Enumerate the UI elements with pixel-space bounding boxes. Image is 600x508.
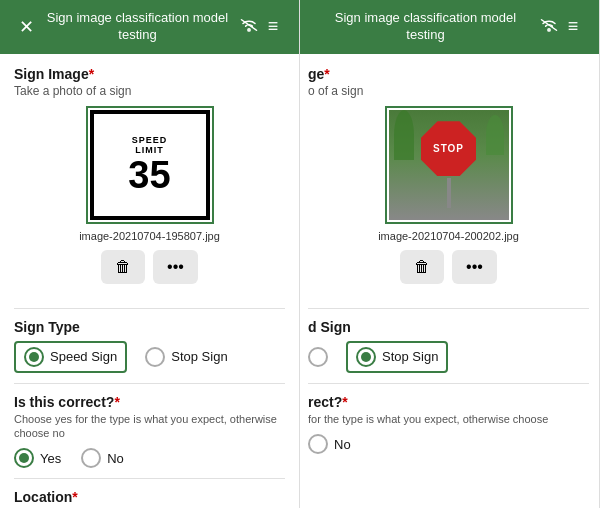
close-icon[interactable]: ✕ — [14, 16, 38, 38]
no-label-left: No — [107, 451, 124, 466]
yes-radio-fill-left — [19, 453, 29, 463]
sign-image-sublabel: Take a photo of a sign — [14, 84, 285, 98]
image-actions-left: 🗑 ••• — [101, 250, 198, 284]
speed-sign-radio[interactable] — [24, 347, 44, 367]
divider-3 — [14, 478, 285, 479]
sign-image-label: Sign Image* — [14, 66, 285, 82]
correct-desc-left: Choose yes for the type is what you expe… — [14, 412, 285, 441]
no-radio-left[interactable] — [81, 448, 101, 468]
sign-image-section-right: ge* o of a sign STOP — [308, 66, 589, 298]
no-label-right: No — [334, 437, 351, 452]
correct-label-left: Is this correct?* — [14, 394, 285, 410]
sign-type-label-right: d Sign — [308, 319, 589, 335]
speed-sign-radio-right[interactable] — [308, 347, 328, 367]
right-header-title: Sign image classification model testing — [314, 10, 537, 44]
sign-image-sublabel-right: o of a sign — [308, 84, 589, 98]
yes-radio-left[interactable] — [14, 448, 34, 468]
right-divider-1 — [308, 308, 589, 309]
stop-sign-scene: STOP — [389, 110, 509, 220]
no-option-left[interactable]: No — [81, 448, 124, 468]
right-panel: Sign image classification model testing … — [300, 0, 600, 508]
sign-image-container: SPEEDLIMIT 35 image-20210704-195807.jpg … — [14, 106, 285, 298]
image-actions-right: 🗑 ••• — [400, 250, 497, 284]
sign-type-radio-group-left: Speed Sign Stop Sign — [14, 341, 285, 373]
yes-label-left: Yes — [40, 451, 61, 466]
left-header-title: Sign image classification model testing — [38, 10, 237, 44]
correct-desc-right: for the type is what you expect, otherwi… — [308, 412, 589, 426]
location-section: Location* — [14, 489, 285, 505]
delete-button-left[interactable]: 🗑 — [101, 250, 145, 284]
more-button-right[interactable]: ••• — [452, 250, 497, 284]
sign-image-frame-right: STOP — [385, 106, 513, 224]
speed-sign-graphic: SPEEDLIMIT 35 — [90, 110, 210, 220]
no-option-right[interactable]: No — [308, 434, 351, 454]
stop-sign-option-left[interactable]: Stop Sign — [145, 347, 227, 367]
image-filename-left: image-20210704-195807.jpg — [79, 230, 220, 242]
sign-type-section-left: Sign Type Speed Sign Stop Sign — [14, 319, 285, 373]
speed-sign-option[interactable]: Speed Sign — [14, 341, 127, 373]
sign-type-label-left: Sign Type — [14, 319, 285, 335]
sign-pole — [447, 178, 451, 208]
image-filename-right: image-20210704-200202.jpg — [378, 230, 519, 242]
right-wifi-icon — [537, 18, 561, 35]
correct-section-left: Is this correct?* Choose yes for the typ… — [14, 394, 285, 469]
sign-type-section-right: d Sign Stop Sign — [308, 319, 589, 373]
yes-no-group-right: No — [308, 434, 589, 454]
stop-sign-radio-fill-right — [361, 352, 371, 362]
location-label: Location* — [14, 489, 285, 505]
stop-sign-label-left: Stop Sign — [171, 349, 227, 364]
correct-label-right: rect?* — [308, 394, 589, 410]
right-divider-2 — [308, 383, 589, 384]
more-button-left[interactable]: ••• — [153, 250, 198, 284]
delete-button-right[interactable]: 🗑 — [400, 250, 444, 284]
right-content: ge* o of a sign STOP — [300, 54, 599, 508]
stop-octagon: STOP — [421, 121, 476, 176]
no-radio-right[interactable] — [308, 434, 328, 454]
speed-limit-image: SPEEDLIMIT 35 — [90, 110, 210, 220]
correct-section-right: rect?* for the type is what you expect, … — [308, 394, 589, 454]
tree-left — [394, 110, 414, 160]
sign-image-label-right: ge* — [308, 66, 589, 82]
sign-image-container-right: STOP image-20210704-200202.jpg 🗑 — [308, 106, 589, 298]
left-panel: ✕ Sign image classification model testin… — [0, 0, 300, 508]
divider-1 — [14, 308, 285, 309]
speed-sign-label: Speed Sign — [50, 349, 117, 364]
yes-option-left[interactable]: Yes — [14, 448, 61, 468]
sign-type-radio-group-right: Stop Sign — [308, 341, 589, 373]
stop-sign-image: STOP — [389, 110, 509, 220]
right-header: Sign image classification model testing … — [300, 0, 599, 54]
menu-icon[interactable]: ≡ — [261, 16, 285, 37]
right-menu-icon[interactable]: ≡ — [561, 16, 585, 37]
wifi-icon — [237, 18, 261, 35]
speed-sign-option-right[interactable] — [308, 347, 328, 367]
left-content: Sign Image* Take a photo of a sign SPEED… — [0, 54, 299, 508]
speed-sign-radio-fill — [29, 352, 39, 362]
sign-image-section: Sign Image* Take a photo of a sign SPEED… — [14, 66, 285, 298]
sign-image-frame: SPEEDLIMIT 35 — [86, 106, 214, 224]
divider-2 — [14, 383, 285, 384]
tree-right — [486, 115, 504, 155]
stop-sign-option-right[interactable]: Stop Sign — [346, 341, 448, 373]
left-header: ✕ Sign image classification model testin… — [0, 0, 299, 54]
yes-no-group-left: Yes No — [14, 448, 285, 468]
stop-sign-radio-left[interactable] — [145, 347, 165, 367]
stop-sign-radio-right[interactable] — [356, 347, 376, 367]
stop-sign-label-right: Stop Sign — [382, 349, 438, 364]
